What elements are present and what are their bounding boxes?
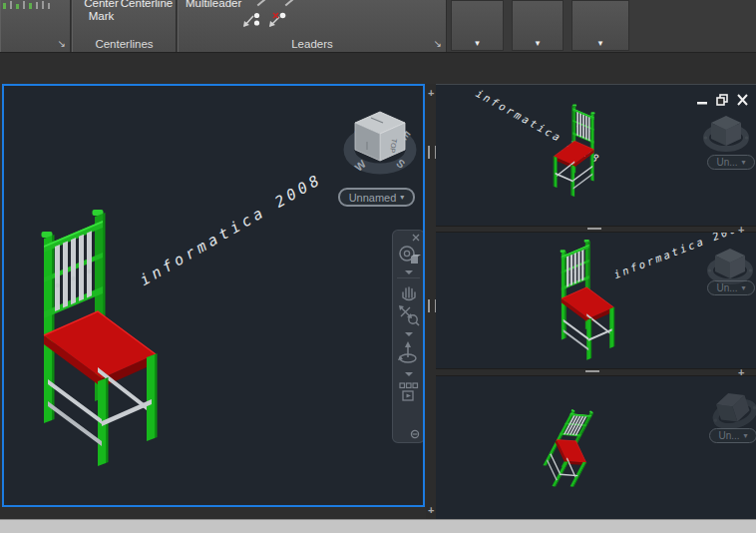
zoom-icon[interactable] [397,303,421,329]
navigation-bar[interactable] [392,230,425,443]
navbar-dropdown-icon[interactable] [405,270,413,274]
divider [397,277,420,278]
viewport-vertical-splitter[interactable]: + + [426,84,436,520]
panel-expand-icon[interactable]: ▾ [452,39,503,48]
pan-hand-icon[interactable] [398,281,420,303]
chevron-down-icon: ▾ [742,284,746,292]
navbar-customize-icon[interactable] [410,429,420,439]
showmotion-icon[interactable] [397,379,421,405]
navigation-wheel-icon[interactable] [397,244,421,267]
view-dropdown-label: Un... [716,282,737,293]
add-leader-icon[interactable] [240,9,262,31]
panel-expand-icon[interactable]: ▾ [572,39,628,48]
dialog-launcher-icon[interactable]: ↘ [58,39,66,49]
viewport-split-add-icon[interactable]: + [428,88,434,98]
dialog-launcher-icon[interactable]: ↘ [434,39,442,49]
viewcube[interactable]: N E S W TOP [329,98,425,194]
collapsed-ribbon-panel[interactable]: ▾ [512,0,564,51]
viewport-split-add-icon[interactable]: + [428,505,434,515]
viewport-horizontal-splitter[interactable]: + [436,368,756,376]
view-dropdown-label: Un... [718,430,739,441]
view-dropdown[interactable]: Unnamed ▾ [338,188,415,207]
viewport-bottom-right[interactable]: Un... ▾ [436,376,756,519]
chevron-down-icon: ▾ [744,432,748,440]
view-dropdown[interactable]: Un... ▾ [707,155,755,170]
navbar-dropdown-icon[interactable] [405,372,413,376]
viewcube-faded[interactable] [703,112,749,158]
ribbon-panel-dimensions-clipped: ↘ [0,0,71,52]
viewport-horizontal-splitter[interactable]: + [436,226,756,233]
viewport-middle-right[interactable]: informatica 2008 Un... ▾ [436,233,756,368]
view-dropdown-label: Unnamed [349,192,397,204]
ribbon: ↘ Center Mark Centerline Centerlines Mul… [0,0,756,53]
navbar-dropdown-icon[interactable] [405,332,413,336]
clipped-dimension-icons [3,0,50,9]
centerline-button[interactable]: Centerline [116,0,178,10]
viewport-main[interactable]: informatica 2008 N E S W TOP Unnamed ▾ [2,84,425,507]
autocad-window: ↘ Center Mark Centerline Centerlines Mul… [0,0,756,533]
panel-expand-icon[interactable]: ▾ [513,39,563,48]
collapsed-ribbon-panel[interactable]: ▾ [451,0,504,51]
close-icon[interactable] [737,93,749,107]
view-dropdown-label: Un... [716,157,737,168]
drawing-window-controls [696,93,749,107]
chair-model[interactable] [560,238,618,362]
clipped-leader-icon [285,0,295,6]
drawing-text-watermark: informatica 2008 [137,170,326,289]
minimize-icon[interactable] [696,93,708,107]
centerlines-panel-label[interactable]: Centerlines [73,38,176,50]
view-dropdown[interactable]: Un... ▾ [709,428,756,443]
leaders-panel-label[interactable]: Leaders [179,38,446,50]
remove-leader-icon[interactable] [266,9,288,31]
chair-model[interactable] [40,206,165,470]
chevron-down-icon: ▾ [742,159,746,167]
viewport-top-right[interactable]: informatica 2008 Un... ▾ [436,84,756,226]
collapsed-ribbon-panel[interactable]: ▾ [571,0,629,51]
chair-model[interactable] [551,103,595,198]
ribbon-panel-leaders: Multileader Leaders ↘ [178,0,447,52]
chair-model[interactable] [535,401,611,498]
restore-icon[interactable] [716,93,729,107]
view-dropdown[interactable]: Un... ▾ [707,280,755,295]
navbar-close-icon[interactable] [412,234,420,242]
ribbon-panel-centerlines: Center Mark Centerline Centerlines [72,0,177,52]
chevron-down-icon: ▾ [400,194,404,202]
orbit-icon[interactable] [397,339,421,369]
command-line-strip[interactable] [0,519,756,533]
